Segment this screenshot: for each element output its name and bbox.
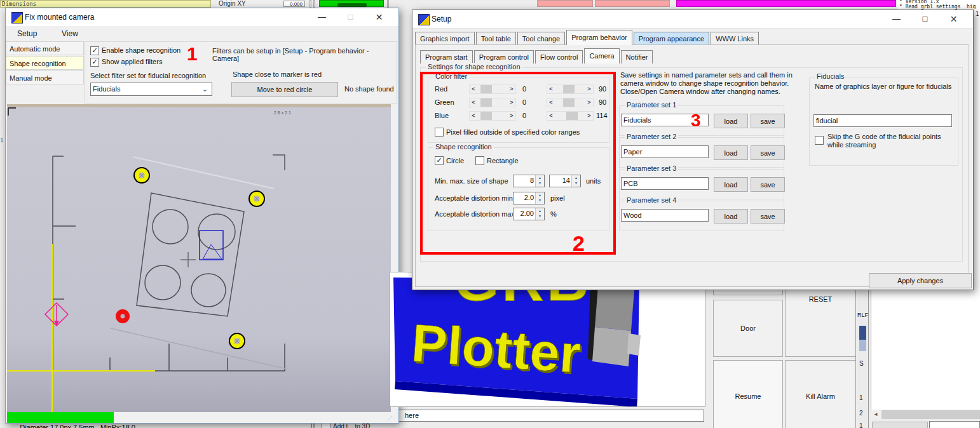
fiducial-name-input[interactable] <box>813 114 952 127</box>
skip-gcode-checkbox[interactable] <box>815 136 824 145</box>
partial-bottom-input[interactable] <box>929 421 980 428</box>
parameter-set-2-input[interactable] <box>621 145 709 158</box>
color-row-label: Green <box>435 98 454 106</box>
enable-shape-recognition-checkbox[interactable]: ✓ <box>90 46 99 55</box>
scroll-track[interactable] <box>881 410 980 419</box>
slider-left-arrow[interactable]: < <box>547 112 555 120</box>
slider-thumb[interactable] <box>563 85 575 93</box>
menu-view[interactable]: View <box>62 29 78 38</box>
slider-thumb[interactable] <box>563 98 575 107</box>
minimize-icon[interactable]: — <box>882 10 911 28</box>
minimize-icon[interactable]: — <box>308 8 336 26</box>
subtab-notifier[interactable]: Notifier <box>621 50 653 64</box>
slider-right-arrow[interactable]: > <box>585 112 593 120</box>
slider-thumb[interactable] <box>566 112 578 120</box>
tab-tool-change[interactable]: Tool change <box>517 32 565 45</box>
rectangle-checkbox[interactable] <box>475 156 484 165</box>
load-button[interactable]: load <box>714 177 748 192</box>
pink-button-2[interactable] <box>595 0 670 7</box>
save-button[interactable]: save <box>751 177 785 192</box>
move-to-red-circle-button[interactable]: Move to red circle <box>231 82 338 97</box>
circle-checkbox[interactable]: ✓ <box>435 156 444 165</box>
marker-hint: Shape close to marker is red <box>233 70 322 78</box>
tab-graphics-import[interactable]: Graphics import <box>415 32 475 45</box>
green-min-slider[interactable]: <> <box>469 98 516 107</box>
tab-program-appearance[interactable]: Program appearance <box>634 32 709 45</box>
kill-alarm-button[interactable]: Kill Alarm <box>785 360 856 428</box>
load-button[interactable]: load <box>714 114 748 128</box>
spinner-arrows-icon[interactable]: ▲▼ <box>571 175 580 187</box>
slider-right-arrow[interactable]: > <box>508 112 515 120</box>
slider-right-arrow[interactable]: > <box>508 85 515 93</box>
subtab-program-control[interactable]: Program control <box>474 50 534 64</box>
3d-view[interactable]: GRBL Plotter Plotter <box>390 272 705 407</box>
save-button[interactable]: save <box>751 209 785 224</box>
dist-max-spinner[interactable]: 2.00 ▲▼ <box>513 208 545 220</box>
tab-tool-table[interactable]: Tool table <box>476 32 516 45</box>
pink-button-1[interactable] <box>537 0 593 7</box>
partial-bottom-button[interactable] <box>872 422 928 428</box>
size-min-spinner[interactable]: 8 ▲▼ <box>513 175 545 187</box>
toolbar-separator <box>387 0 389 8</box>
tab-program-behavior[interactable]: Program behavior <box>566 30 632 45</box>
add-to-3d-checkbox[interactable] <box>322 423 330 428</box>
red-min-slider[interactable]: <> <box>469 84 516 94</box>
slider-thumb[interactable] <box>480 85 492 93</box>
tab-www-links[interactable]: WWW Links <box>711 32 759 45</box>
show-applied-filters-checkbox[interactable]: ✓ <box>90 58 99 67</box>
subtab-program-start[interactable]: Program start <box>420 50 473 64</box>
magenta-button[interactable] <box>676 0 896 7</box>
resume-button[interactable]: Resume <box>713 360 783 428</box>
apply-changes-button[interactable]: Apply changes <box>869 273 972 288</box>
dist-min-spinner[interactable]: 2.0 ▲▼ <box>513 192 545 204</box>
red-max-slider[interactable]: <> <box>547 84 594 94</box>
pixel-filled-checkbox[interactable] <box>435 128 444 137</box>
slider-right-arrow[interactable]: > <box>508 98 515 107</box>
setup-titlebar[interactable]: Setup — □ ✕ <box>412 10 973 29</box>
close-icon[interactable]: ✕ <box>365 8 393 26</box>
slider-left-arrow[interactable]: < <box>470 98 477 107</box>
maximize-icon[interactable]: □ <box>336 8 365 26</box>
slider-right-arrow[interactable]: > <box>585 98 593 107</box>
strip-blue-segment[interactable] <box>859 326 866 340</box>
close-icon[interactable]: ✕ <box>939 10 968 28</box>
load-button[interactable]: load <box>714 209 748 224</box>
slider-left-arrow[interactable]: < <box>470 85 477 93</box>
save-button[interactable]: save <box>751 114 785 128</box>
camera-feed[interactable]: 2.8 x 2.1 <box>7 104 391 412</box>
save-button[interactable]: save <box>751 145 785 160</box>
subtab-flow-control[interactable]: Flow control <box>535 50 583 64</box>
subtab-camera[interactable]: Camera <box>584 48 619 64</box>
parameter-set-4-input[interactable] <box>621 209 709 222</box>
slider-left-arrow[interactable]: < <box>547 85 555 93</box>
green-max-slider[interactable]: <> <box>547 98 594 107</box>
strip-lightblue-segment[interactable] <box>859 340 866 351</box>
run-button[interactable] <box>319 0 384 7</box>
filter-set-dropdown[interactable]: Fiducials ⌄ <box>90 83 212 96</box>
parameter-set-3-input[interactable] <box>621 177 709 190</box>
slider-thumb[interactable] <box>480 112 492 120</box>
menu-setup[interactable]: Setup <box>17 29 37 38</box>
slider-thumb[interactable] <box>480 98 492 107</box>
maximize-icon[interactable]: □ <box>911 10 939 28</box>
resize-grip-icon[interactable]: ⋰ <box>387 415 393 421</box>
slider-right-arrow[interactable]: > <box>585 85 593 93</box>
scroll-left-arrow[interactable]: ◄ <box>871 410 881 419</box>
spinner-arrows-icon[interactable]: ▲▼ <box>535 175 544 187</box>
dist-min-unit: pixel <box>550 194 565 202</box>
slider-left-arrow[interactable]: < <box>470 112 477 120</box>
door-button[interactable]: Door <box>713 300 783 357</box>
camera-titlebar[interactable]: Fix mounted camera — □ ✕ <box>6 8 398 27</box>
horizontal-scrollbar[interactable]: ◄ <box>871 410 980 419</box>
size-max-spinner[interactable]: 14 ▲▼ <box>549 175 581 187</box>
origin-value[interactable]: 0.000 <box>283 1 305 7</box>
blue-max-slider[interactable]: <> <box>547 111 594 121</box>
spinner-arrows-icon[interactable]: ▲▼ <box>535 192 544 204</box>
mode-manual[interactable]: Manual mode <box>6 70 84 84</box>
spinner-arrows-icon[interactable]: ▲▼ <box>535 208 544 220</box>
mode-shape-recognition[interactable]: Shape recognition <box>6 56 84 70</box>
mode-automatic[interactable]: Automatic mode <box>6 41 84 55</box>
blue-min-slider[interactable]: <> <box>469 111 516 121</box>
load-button[interactable]: load <box>714 145 748 160</box>
slider-left-arrow[interactable]: < <box>547 98 555 107</box>
